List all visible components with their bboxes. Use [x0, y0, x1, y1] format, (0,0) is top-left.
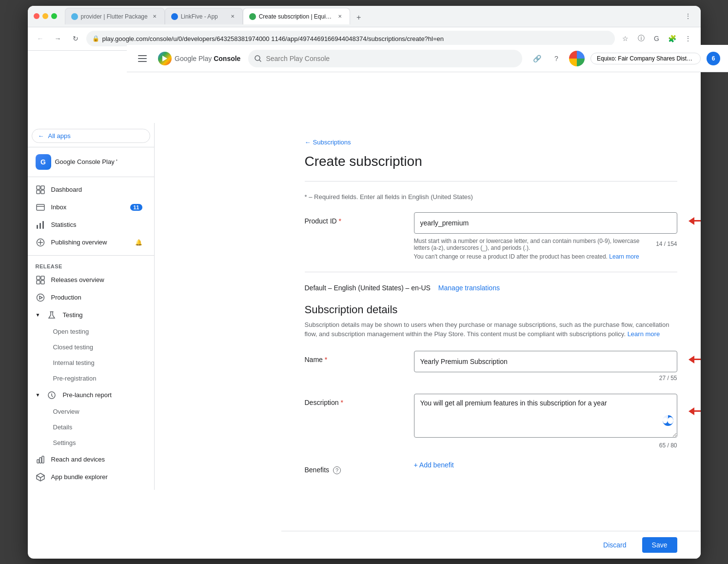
- minimize-button[interactable]: [42, 13, 48, 19]
- sidebar-item-statistics[interactable]: Statistics: [28, 216, 150, 234]
- title-bar: provider | Flutter Package ✕ LinkFive - …: [28, 6, 701, 27]
- analytics-icon[interactable]: [569, 51, 585, 66]
- hamburger-menu[interactable]: [135, 51, 150, 66]
- section-divider-1: [305, 272, 677, 272]
- close-button[interactable]: [34, 13, 39, 19]
- info-icon[interactable]: ⓘ: [634, 32, 648, 45]
- product-id-input[interactable]: [414, 212, 677, 234]
- chrome-settings-icon[interactable]: ⋮: [681, 32, 695, 45]
- sidebar-item-production[interactable]: Production: [28, 289, 150, 306]
- description-label: Description *: [305, 394, 402, 406]
- sidebar-subitem-pre-registration[interactable]: Pre-registration: [28, 371, 154, 386]
- svg-rect-20: [42, 456, 44, 463]
- save-button[interactable]: Save: [642, 537, 677, 553]
- production-icon: [36, 293, 45, 302]
- benefits-help-icon[interactable]: ?: [333, 466, 341, 474]
- google-account-icon[interactable]: G: [650, 32, 664, 45]
- all-apps-button[interactable]: ← All apps: [32, 129, 150, 143]
- tab-close[interactable]: ✕: [151, 13, 158, 20]
- traffic-lights: [34, 13, 57, 19]
- svg-rect-6: [37, 190, 40, 194]
- product-id-label: Product ID *: [305, 212, 402, 225]
- sidebar-item-releases-overview[interactable]: Releases overview: [28, 271, 150, 289]
- sidebar-item-testing[interactable]: ▼ Testing: [28, 306, 150, 324]
- tab-flutter-package[interactable]: provider | Flutter Package ✕: [65, 8, 165, 24]
- maximize-button[interactable]: [51, 13, 57, 19]
- svg-rect-0: [138, 55, 147, 56]
- toolbar-icons: ☆ ⓘ G 🧩 ⋮: [619, 32, 695, 45]
- testing-label: Testing: [62, 311, 82, 319]
- back-link[interactable]: ← Subscriptions: [305, 139, 677, 146]
- translation-row: Default – English (United States) – en-U…: [305, 284, 677, 292]
- subscription-details-desc: Subscription details may be shown to use…: [305, 320, 677, 339]
- arrow-annotation-2: [689, 356, 701, 363]
- svg-rect-15: [37, 281, 40, 284]
- arrow-head-1: [689, 217, 694, 225]
- bottom-spacer: [305, 486, 677, 515]
- chrome-menu-icon[interactable]: ⋮: [681, 9, 695, 23]
- svg-rect-2: [138, 61, 147, 62]
- extensions-icon[interactable]: 🧩: [666, 32, 679, 45]
- link-icon[interactable]: 🔗: [530, 52, 544, 65]
- bookmark-icon[interactable]: ☆: [619, 32, 632, 45]
- reach-devices-label: Reach and devices: [51, 456, 105, 463]
- publishing-bell-icon: 🔔: [135, 239, 142, 246]
- svg-rect-8: [37, 204, 44, 210]
- tab-close-3[interactable]: ✕: [336, 13, 344, 20]
- forward-nav-button[interactable]: →: [51, 32, 65, 45]
- sidebar-subitem-open-testing[interactable]: Open testing: [28, 324, 154, 340]
- app-name-pill[interactable]: Equixo: Fair Company Shares Distribution…: [590, 53, 701, 64]
- svg-rect-9: [37, 225, 38, 229]
- url-bar[interactable]: 🔒 play.google.com/console/u/0/developers…: [86, 31, 615, 46]
- sidebar-divider-2: [28, 177, 154, 177]
- sidebar-subitem-internal-testing[interactable]: Internal testing: [28, 355, 154, 371]
- discard-button[interactable]: Discard: [593, 537, 636, 553]
- tab-create-subscription[interactable]: Create subscription | Equixo: F... ✕: [243, 8, 350, 24]
- arrow-shaft-1: [694, 220, 701, 222]
- main-container: Google Play Console 🔗 ? Equixo: Fair Com…: [28, 51, 701, 559]
- sidebar-subitem-closed-testing[interactable]: Closed testing: [28, 340, 154, 355]
- product-id-learn-more-link[interactable]: Learn more: [609, 253, 639, 260]
- tabs-bar: provider | Flutter Package ✕ LinkFive - …: [65, 8, 677, 24]
- testing-expand-icon: ▼: [36, 312, 40, 318]
- sidebar-item-reach-devices[interactable]: Reach and devices: [28, 451, 150, 468]
- description-row: Description * You will get all premium f…: [305, 394, 677, 449]
- sidebar-item-inbox[interactable]: Inbox 11: [28, 199, 150, 216]
- back-nav-button[interactable]: ←: [34, 32, 47, 45]
- product-id-reuse-note: You can't change or reuse a product ID a…: [414, 253, 677, 260]
- search-bar[interactable]: [248, 51, 522, 67]
- inbox-icon: [36, 202, 45, 212]
- add-benefit-button[interactable]: + Add benefit: [414, 461, 454, 469]
- back-arrow-icon: ←: [38, 132, 44, 140]
- search-input[interactable]: [266, 55, 516, 62]
- svg-rect-10: [39, 223, 41, 229]
- reload-button[interactable]: ↻: [69, 32, 82, 45]
- name-input[interactable]: [414, 351, 677, 372]
- sidebar-item-publishing[interactable]: Publishing overview 🔔: [28, 234, 150, 251]
- sidebar-subitem-details[interactable]: Details: [28, 420, 154, 435]
- sidebar-item-dashboard[interactable]: Dashboard: [28, 181, 150, 199]
- product-id-hint-row: Must start with a number or lowercase le…: [414, 236, 677, 251]
- help-icon[interactable]: ?: [550, 52, 563, 65]
- nav-right: 🔗 ? Equixo: Fair Company Shares Distribu…: [530, 51, 701, 66]
- tab-close-2[interactable]: ✕: [229, 13, 236, 20]
- tab-linkfive[interactable]: LinkFive - App ✕: [165, 8, 243, 24]
- svg-rect-19: [39, 458, 41, 463]
- gp-logo-text: Google Play Console: [175, 55, 240, 62]
- new-tab-button[interactable]: +: [352, 11, 366, 24]
- name-field-wrapper: 27 / 55: [414, 351, 677, 382]
- app-bundle-label: App bundle explorer: [51, 473, 108, 481]
- product-id-char-count: 14 / 154: [656, 241, 677, 247]
- tab-title-3: Create subscription | Equixo: F...: [259, 13, 333, 20]
- svg-rect-16: [41, 281, 44, 284]
- name-char-count: 27 / 55: [659, 375, 677, 382]
- sidebar-subitem-overview[interactable]: Overview: [28, 404, 154, 420]
- subscription-learn-more-link[interactable]: Learn more: [628, 330, 660, 338]
- arrow-annotation-3: [689, 407, 701, 415]
- description-textarea[interactable]: You will get all premium features in thi…: [414, 394, 677, 438]
- sidebar-item-app-bundle[interactable]: App bundle explorer: [28, 468, 150, 486]
- manage-translations-link[interactable]: Manage translations: [438, 284, 500, 292]
- sidebar-item-prelaunch[interactable]: ▼ Pre-launch report: [28, 386, 150, 404]
- sidebar-subitem-settings[interactable]: Settings: [28, 435, 154, 451]
- sidebar-divider-1: [28, 147, 154, 147]
